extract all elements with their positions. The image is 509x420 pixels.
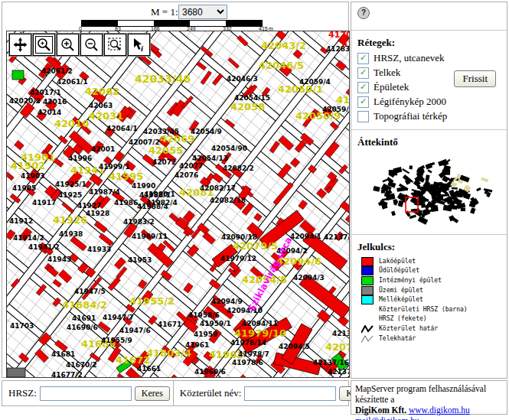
hrsz-label-yellow: 41926	[53, 214, 87, 226]
hrsz-label-black: 42063	[89, 102, 113, 109]
green-building	[12, 70, 24, 80]
identify-button[interactable]: i	[128, 34, 150, 56]
hrsz-label-black: 42134	[332, 330, 349, 337]
hrsz-label-yellow: 42010	[54, 118, 89, 129]
identify-icon: i	[131, 37, 147, 53]
hrsz-label-black: 41933	[87, 246, 111, 253]
hrsz-label-black: 41947/6	[119, 327, 151, 334]
credits-text: MapServer program felhasználásával készí…	[355, 384, 486, 404]
hrsz-label-black: 41978/7	[238, 350, 269, 358]
zoom-in-icon	[60, 37, 76, 53]
credits-company: DigiKom Kft.	[355, 405, 406, 415]
search-bar: HRSZ: Keres Közterület név: Keres	[2, 380, 349, 406]
hrsz-label-black: 41958/6	[188, 311, 220, 319]
hrsz-label-black: 41703	[10, 322, 34, 330]
legend-row: Melléképület	[357, 295, 501, 304]
scale-bar	[81, 20, 263, 27]
hrsz-label-black: 42033/45	[143, 128, 179, 135]
zoom-button[interactable]	[33, 34, 55, 56]
hrsz-label-black: 41914/2	[13, 234, 44, 242]
layer-label: Telkek	[374, 67, 400, 79]
legend-spacer	[361, 314, 374, 323]
overview-block	[413, 190, 419, 196]
overview-block	[409, 165, 413, 169]
zoom-in-button[interactable]	[57, 34, 79, 56]
hrsz-label-black: 42014	[38, 109, 61, 116]
refresh-button[interactable]: Frissit	[454, 70, 496, 87]
legend-spacer	[361, 305, 374, 314]
hrsz-label-yellow: 42062	[85, 86, 119, 97]
hrsz-label-black: 41959/1	[200, 320, 231, 327]
hrsz-label-black: 42082/2	[223, 164, 254, 172]
legend-swatch	[361, 286, 374, 295]
zoom-icon	[36, 37, 52, 53]
legend-label: Üdülőépület	[379, 267, 419, 274]
zigzag-bold-icon	[361, 324, 374, 333]
hrsz-label-yellow: 41955/2	[129, 295, 175, 307]
hrsz-label-black: 41925/1	[55, 181, 86, 188]
hrsz-label-black: 41903	[21, 172, 44, 180]
legend-label: Közterület határ	[379, 325, 438, 332]
hrsz-label-black: 41917	[32, 199, 56, 207]
legend-label: Üzemi épület	[379, 287, 423, 294]
hrsz-label-black: 41681	[51, 350, 75, 358]
scale-bar-segment	[82, 21, 118, 26]
zoom-box-button[interactable]	[104, 34, 126, 56]
hrsz-label-red: 41205/41	[328, 31, 349, 40]
hrsz-label-black: 41961	[185, 341, 209, 349]
layer-checkbox[interactable]: ✓	[357, 82, 369, 93]
hrsz-label-black: 41661	[137, 365, 161, 373]
hrsz-label-black: 42137/16	[313, 359, 349, 366]
scale-select[interactable]: 3680	[178, 5, 227, 19]
overview-map[interactable]	[362, 153, 497, 226]
map-pane: M = 1: 3680 083166249332415m 42033/46420…	[2, 2, 349, 378]
email-link[interactable]: mail@digikom.hu	[355, 416, 419, 420]
side-panel: ? Rétegek: ✓HRSZ, utcanevek✓Telkek✓Épüle…	[351, 2, 507, 379]
hrsz-search-button[interactable]: Keres	[135, 386, 170, 401]
hrsz-label-black: 41938	[59, 230, 83, 238]
overview-title: Áttekintő	[357, 136, 501, 148]
hrsz-label-black: 41979/12	[220, 255, 256, 262]
map-viewport[interactable]: 42033/4642043/242046/542050/14205842050/…	[6, 31, 350, 378]
legend-swatch	[361, 257, 374, 265]
hrsz-label-black: 41953	[128, 256, 152, 264]
layers-section: Rétegek: ✓HRSZ, utcanevek✓Telkek✓Épülete…	[351, 31, 507, 130]
layer-row: Topográfiai térkép	[357, 110, 501, 122]
street-search-cell: Közterület név: Keres	[174, 381, 377, 405]
website-link[interactable]: www.digikom.hu	[409, 405, 470, 415]
layer-checkbox[interactable]: ✓	[357, 67, 369, 79]
hrsz-label-black: 41960/6	[194, 368, 226, 376]
zoom-out-button[interactable]	[80, 34, 103, 56]
legend-label: Telekhatár	[379, 335, 416, 342]
hrsz-label-black: 41947/5	[74, 288, 106, 295]
hrsz-label-yellow: 41902	[11, 160, 45, 171]
hrsz-label-black: 42072	[152, 158, 176, 166]
hrsz-label-yellow: 41995	[109, 171, 143, 182]
hrsz-label-black: 41941/2	[28, 243, 60, 251]
overview-block	[442, 170, 450, 175]
legend-label: Intézményi épület	[379, 277, 442, 284]
overview-block	[436, 196, 443, 200]
hrsz-label-black: 42094/11	[242, 320, 278, 327]
overview-section: Áttekintő	[351, 130, 507, 235]
hrsz-label-black: 41978/6	[232, 359, 263, 366]
hrsz-label-black: 42054/13	[192, 155, 228, 162]
layer-checkbox[interactable]: ✓	[357, 96, 369, 108]
scale-bar-segment	[118, 21, 154, 26]
layer-checkbox[interactable]	[357, 111, 369, 122]
zigzag-thin-icon	[361, 334, 374, 343]
street-input[interactable]	[244, 386, 336, 401]
pan-button[interactable]	[9, 34, 31, 56]
hrsz-label-black: 42137/4	[324, 233, 349, 241]
help-icon[interactable]: ?	[357, 7, 370, 19]
hrsz-label-black: 42094/3	[293, 274, 325, 282]
hrsz-label-yellow: 42046/5	[259, 60, 304, 71]
hrsz-input[interactable]	[40, 386, 132, 401]
layer-label: HRSZ, utcanevek	[374, 52, 444, 64]
cadastral-map[interactable]: 42033/4642043/242046/542050/14205842050/…	[7, 31, 349, 377]
legend-list: LakóépületÜdülőépületIntézményi épületÜz…	[357, 256, 501, 343]
layer-checkbox[interactable]: ✓	[357, 53, 369, 64]
zoom-box-icon	[107, 37, 123, 53]
legend-row: HRSZ (fekete)	[357, 314, 501, 324]
hrsz-label-black: 42077	[179, 162, 203, 170]
